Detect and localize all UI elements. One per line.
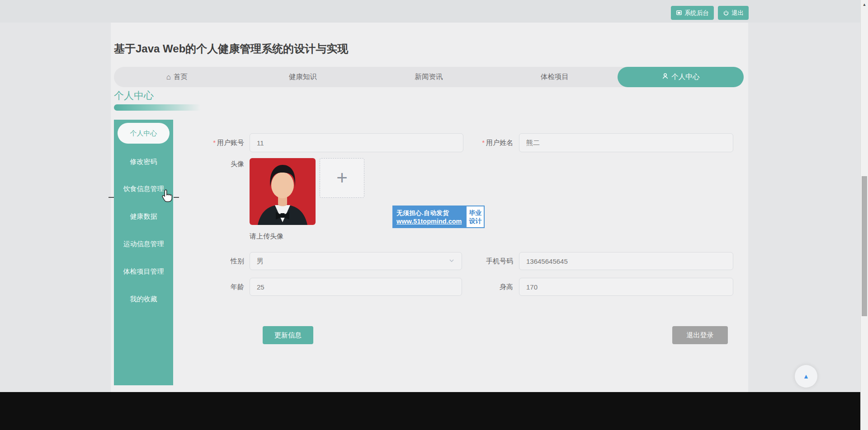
chevron-down-icon bbox=[448, 257, 455, 265]
gender-select[interactable]: 男 bbox=[250, 252, 462, 270]
scrollbar-up-arrow[interactable]: ▲ bbox=[861, 0, 868, 8]
sidebar-item-personal-center[interactable]: 个人中心 bbox=[118, 123, 170, 144]
phone-label: 手机号码 bbox=[454, 252, 513, 270]
watermark-url: www.51topmind.com bbox=[396, 218, 462, 225]
system-backend-button[interactable]: 系统后台 bbox=[671, 6, 714, 20]
back-to-top-button[interactable]: ▲ bbox=[795, 365, 817, 388]
top-logout-label: 退出 bbox=[731, 9, 744, 17]
tab-checkup-items[interactable]: 体检项目 bbox=[492, 67, 618, 87]
user-icon bbox=[662, 73, 669, 81]
section-accent-bar bbox=[114, 104, 204, 111]
height-label: 身高 bbox=[454, 278, 513, 296]
account-input[interactable] bbox=[250, 133, 463, 152]
sidebar-item-diet-info[interactable]: 饮食信息管理 bbox=[114, 183, 173, 195]
account-required-marker: * bbox=[213, 139, 216, 146]
page: 系统后台 退出 基于Java Web的个人健康管理系统的设计与实现 ⌂ 首页 健… bbox=[0, 0, 868, 430]
avatar-hint: 请上传头像 bbox=[250, 232, 283, 241]
up-arrow-icon: ▲ bbox=[803, 373, 809, 380]
tab-news-label: 新闻资讯 bbox=[415, 72, 443, 82]
tab-personal-center[interactable]: 个人中心 bbox=[618, 67, 744, 87]
age-input[interactable] bbox=[250, 278, 462, 296]
sidebar-item-checkup-management[interactable]: 体检项目管理 bbox=[114, 266, 173, 277]
top-bar: 系统后台 退出 bbox=[0, 0, 868, 23]
tab-checkup-items-label: 体检项目 bbox=[541, 72, 569, 82]
main-nav: ⌂ 首页 健康知识 新闻资讯 体检项目 个人中心 bbox=[114, 67, 744, 87]
update-info-button[interactable]: 更新信息 bbox=[263, 326, 313, 344]
sidebar-item-change-password[interactable]: 修改密码 bbox=[114, 156, 173, 168]
page-title: 基于Java Web的个人健康管理系统的设计与实现 bbox=[114, 42, 348, 56]
watermark-ad[interactable]: 无须担心.自动发货 www.51topmind.com 毕业 设计 bbox=[392, 206, 485, 228]
gender-value: 男 bbox=[257, 257, 264, 266]
name-required-marker: * bbox=[482, 139, 485, 146]
tab-health-knowledge-label: 健康知识 bbox=[289, 72, 317, 82]
account-label: *用户账号 bbox=[181, 133, 244, 152]
top-logout-button[interactable]: 退出 bbox=[718, 6, 749, 20]
age-label: 年龄 bbox=[181, 278, 244, 296]
logout-button[interactable]: 退出登录 bbox=[672, 326, 728, 344]
gender-label: 性别 bbox=[181, 252, 244, 270]
backend-label: 系统后台 bbox=[684, 9, 709, 17]
watermark-tag-line2: 设计 bbox=[469, 217, 481, 225]
height-input[interactable] bbox=[519, 278, 733, 296]
avatar-upload-box[interactable]: + bbox=[320, 158, 364, 198]
watermark-tag-line1: 毕业 bbox=[469, 209, 481, 217]
avatar-label: 头像 bbox=[181, 160, 244, 168]
power-icon bbox=[723, 10, 729, 16]
scrollbar-thumb[interactable] bbox=[862, 176, 867, 316]
sidebar: 个人中心 修改密码 饮食信息管理 健康数据 运动信息管理 体检项目管理 我的收藏 bbox=[114, 120, 173, 385]
watermark-text: 无须担心.自动发货 www.51topmind.com bbox=[392, 206, 466, 228]
backend-icon bbox=[676, 10, 682, 16]
name-input[interactable] bbox=[519, 133, 733, 152]
vertical-scrollbar: ▲ bbox=[860, 0, 868, 430]
home-icon: ⌂ bbox=[166, 73, 171, 81]
right-tick-mark bbox=[174, 197, 179, 198]
watermark-tag: 毕业 设计 bbox=[466, 206, 485, 228]
tab-home-label: 首页 bbox=[174, 72, 188, 82]
sidebar-item-health-data[interactable]: 健康数据 bbox=[114, 210, 173, 222]
avatar-image[interactable] bbox=[250, 158, 316, 225]
tab-personal-center-label: 个人中心 bbox=[671, 72, 699, 82]
section-title: 个人中心 bbox=[114, 89, 154, 103]
plus-icon: + bbox=[336, 168, 348, 187]
left-tick-mark bbox=[108, 197, 114, 198]
sidebar-item-exercise-info[interactable]: 运动信息管理 bbox=[114, 238, 173, 250]
tab-news[interactable]: 新闻资讯 bbox=[366, 67, 492, 87]
watermark-line1: 无须担心.自动发货 bbox=[396, 209, 462, 217]
tab-home[interactable]: ⌂ 首页 bbox=[114, 67, 240, 87]
name-label: *用户姓名 bbox=[454, 133, 513, 152]
phone-input[interactable] bbox=[519, 252, 733, 270]
sidebar-item-my-favorites[interactable]: 我的收藏 bbox=[114, 293, 173, 305]
tab-health-knowledge[interactable]: 健康知识 bbox=[240, 67, 366, 87]
page-footer bbox=[0, 392, 868, 430]
